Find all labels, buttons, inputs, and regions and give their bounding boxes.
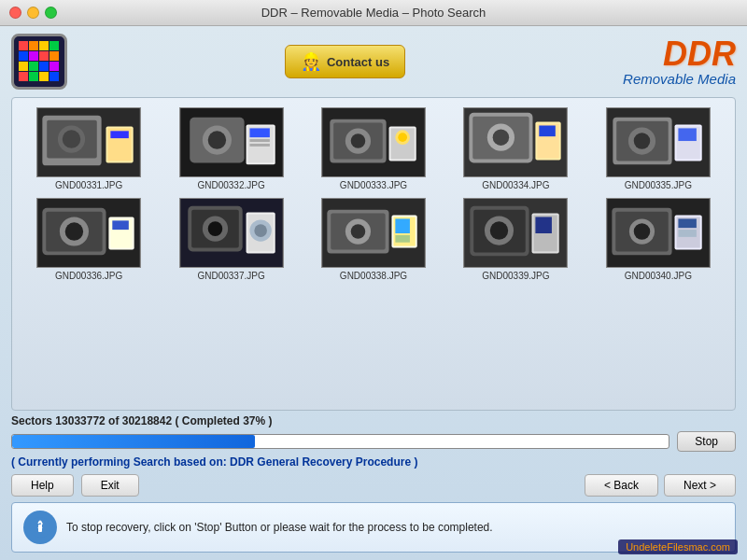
- svg-rect-9: [29, 62, 38, 71]
- titlebar: DDR – Removable Media – Photo Search: [0, 0, 747, 26]
- svg-rect-32: [249, 144, 269, 147]
- photo-panel: GND00331.JPG GND0033: [11, 97, 736, 411]
- svg-point-62: [65, 222, 83, 240]
- svg-rect-3: [49, 41, 59, 50]
- info-text: To stop recovery, click on 'Stop' Button…: [66, 521, 493, 534]
- progress-section: Sectors 13033772 of 30218842 ( Completed…: [11, 414, 736, 553]
- svg-rect-0: [19, 41, 28, 50]
- svg-rect-31: [249, 139, 269, 142]
- minimize-btn[interactable]: [27, 7, 39, 19]
- svg-rect-82: [395, 218, 410, 233]
- progress-bar-bg: [11, 434, 669, 449]
- svg-rect-13: [29, 72, 38, 81]
- contact-button[interactable]: 👷 Contact us: [285, 45, 405, 78]
- search-info: ( Currently performing Search based on: …: [11, 455, 736, 469]
- svg-rect-2: [39, 41, 49, 50]
- photo-label-7: GND00337.JPG: [197, 271, 264, 281]
- stop-button[interactable]: Stop: [677, 431, 736, 452]
- ddr-title: DDR: [623, 37, 736, 71]
- svg-point-74: [254, 224, 267, 237]
- watermark: UndeleteFilesmac.com: [618, 539, 738, 554]
- svg-point-20: [63, 130, 80, 147]
- photo-thumb-10[interactable]: [606, 198, 711, 268]
- top-bar: 👷 Contact us DDR Removable Media: [11, 34, 736, 90]
- svg-point-27: [207, 131, 225, 148]
- photo-thumb-2[interactable]: [179, 107, 284, 177]
- window-title: DDR – Removable Media – Photo Search: [261, 6, 486, 20]
- photo-label-4: GND00334.JPG: [482, 180, 549, 190]
- svg-rect-1: [29, 41, 38, 50]
- photo-item-4[interactable]: GND00334.JPG: [448, 107, 583, 190]
- photo-item-1[interactable]: GND00331.JPG: [21, 107, 156, 190]
- svg-rect-12: [19, 72, 28, 81]
- svg-rect-6: [39, 51, 49, 61]
- photo-thumb-7[interactable]: [179, 198, 284, 268]
- nav-row: Help Exit < Back Next >: [11, 474, 736, 497]
- svg-point-54: [634, 133, 651, 149]
- info-icon: [23, 511, 57, 544]
- close-btn[interactable]: [9, 7, 21, 19]
- brand: DDR Removable Media: [623, 37, 736, 87]
- svg-point-79: [351, 224, 366, 239]
- svg-rect-91: [536, 217, 553, 233]
- progress-bar-fill: [12, 435, 255, 448]
- photo-thumb-8[interactable]: [321, 198, 426, 268]
- nav-right: < Back Next >: [585, 474, 736, 497]
- ddr-subtitle: Removable Media: [623, 71, 736, 87]
- photo-grid: GND00331.JPG GND0033: [21, 107, 726, 281]
- svg-rect-11: [49, 62, 59, 71]
- svg-rect-5: [29, 51, 38, 61]
- svg-rect-15: [49, 72, 59, 81]
- logo-icon: [11, 34, 67, 90]
- svg-rect-99: [678, 218, 696, 228]
- svg-point-102: [39, 521, 42, 524]
- photo-label-3: GND00333.JPG: [340, 180, 407, 190]
- contact-icon: 👷: [301, 51, 321, 72]
- photo-thumb-6[interactable]: [36, 198, 141, 268]
- photo-item-7[interactable]: GND00337.JPG: [163, 198, 298, 281]
- photo-label-9: GND00339.JPG: [482, 271, 549, 281]
- back-button[interactable]: < Back: [585, 474, 658, 497]
- photo-item-8[interactable]: GND00338.JPG: [306, 198, 441, 281]
- svg-rect-23: [111, 131, 129, 138]
- svg-rect-8: [19, 62, 28, 71]
- next-button[interactable]: Next >: [664, 474, 736, 497]
- photo-thumb-5[interactable]: [606, 107, 711, 177]
- photo-item-5[interactable]: GND00335.JPG: [591, 107, 726, 190]
- photo-label-6: GND00336.JPG: [55, 271, 122, 281]
- photo-thumb-4[interactable]: [463, 107, 568, 177]
- svg-rect-49: [540, 125, 557, 136]
- sectors-text: Sectors 13033772 of 30218842 ( Completed…: [11, 414, 736, 427]
- svg-rect-57: [678, 128, 696, 141]
- progress-row: Stop: [11, 431, 736, 452]
- photo-item-10[interactable]: GND00340.JPG: [591, 198, 726, 281]
- svg-rect-100: [678, 230, 696, 237]
- photo-item-6[interactable]: GND00336.JPG: [21, 198, 156, 281]
- maximize-btn[interactable]: [45, 7, 57, 19]
- svg-rect-83: [395, 235, 410, 243]
- photo-item-3[interactable]: GND00333.JPG: [306, 107, 441, 190]
- photo-item-9[interactable]: GND00339.JPG: [448, 198, 583, 281]
- svg-point-46: [493, 129, 510, 146]
- photo-label-10: GND00340.JPG: [625, 271, 692, 281]
- photo-item-2[interactable]: GND00332.JPG: [163, 107, 298, 190]
- svg-rect-65: [112, 220, 129, 230]
- svg-rect-10: [39, 62, 49, 71]
- svg-rect-7: [49, 51, 59, 61]
- svg-point-37: [351, 133, 366, 148]
- photo-thumb-3[interactable]: [321, 107, 426, 177]
- svg-rect-4: [19, 51, 28, 61]
- help-button[interactable]: Help: [11, 474, 74, 497]
- main-content: 👷 Contact us DDR Removable Media: [0, 26, 747, 560]
- window-controls[interactable]: [9, 7, 57, 19]
- photo-label-8: GND00338.JPG: [340, 271, 407, 281]
- svg-rect-14: [39, 72, 49, 81]
- svg-rect-30: [249, 128, 269, 137]
- photo-label-5: GND00335.JPG: [625, 180, 692, 190]
- photo-label-1: GND00331.JPG: [55, 180, 122, 190]
- photo-thumb-9[interactable]: [463, 198, 568, 268]
- photo-thumb-1[interactable]: [36, 107, 141, 177]
- svg-rect-103: [38, 525, 42, 532]
- svg-point-41: [398, 133, 407, 142]
- exit-button[interactable]: Exit: [81, 474, 139, 497]
